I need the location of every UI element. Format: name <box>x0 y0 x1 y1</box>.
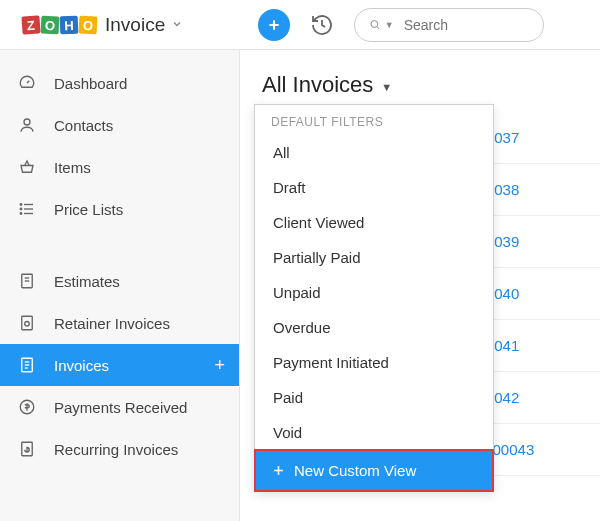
svg-point-9 <box>20 204 22 206</box>
caret-down-icon: ▼ <box>381 81 392 93</box>
new-button[interactable] <box>258 9 290 41</box>
sidebar-item-price-lists[interactable]: Price Lists <box>0 188 239 230</box>
filter-payment-initiated[interactable]: Payment Initiated <box>255 345 493 380</box>
list-icon <box>18 200 40 218</box>
main-content: All Invoices ▼ DEFAULT FILTERS All Draft… <box>240 50 600 521</box>
sidebar-item-recurring-invoices[interactable]: Recurring Invoices <box>0 428 239 470</box>
add-invoice-button[interactable]: + <box>214 355 225 376</box>
retainer-icon <box>18 314 40 332</box>
filter-all[interactable]: All <box>255 135 493 170</box>
sidebar-item-label: Estimates <box>54 273 120 290</box>
page-title: All Invoices <box>262 72 373 98</box>
dropdown-header: DEFAULT FILTERS <box>255 105 493 135</box>
sidebar-item-label: Items <box>54 159 91 176</box>
svg-line-4 <box>27 81 29 83</box>
filter-client-viewed[interactable]: Client Viewed <box>255 205 493 240</box>
sidebar-item-label: Contacts <box>54 117 113 134</box>
filter-unpaid[interactable]: Unpaid <box>255 275 493 310</box>
app-name: Invoice <box>105 14 165 36</box>
filter-partially-paid[interactable]: Partially Paid <box>255 240 493 275</box>
new-custom-view-label: New Custom View <box>294 462 416 479</box>
filter-paid[interactable]: Paid <box>255 380 493 415</box>
svg-point-11 <box>20 213 22 215</box>
sidebar: Dashboard Contacts Items Price Lists Est… <box>0 50 240 521</box>
sidebar-item-label: Retainer Invoices <box>54 315 170 332</box>
topbar-brand[interactable]: Z O H O Invoice <box>0 14 240 36</box>
sidebar-item-retainer-invoices[interactable]: Retainer Invoices <box>0 302 239 344</box>
new-custom-view-button[interactable]: New Custom View <box>255 450 493 491</box>
sidebar-item-contacts[interactable]: Contacts <box>0 104 239 146</box>
svg-rect-15 <box>22 316 33 330</box>
svg-point-10 <box>20 208 22 210</box>
chevron-down-icon <box>171 17 183 33</box>
filter-dropdown: DEFAULT FILTERS All Draft Client Viewed … <box>254 104 494 492</box>
user-icon <box>18 116 40 134</box>
history-icon[interactable] <box>310 13 334 37</box>
svg-point-2 <box>371 21 378 28</box>
estimate-icon <box>18 272 40 290</box>
sidebar-item-label: Invoices <box>54 357 109 374</box>
sidebar-item-items[interactable]: Items <box>0 146 239 188</box>
page-title-dropdown[interactable]: All Invoices ▼ <box>262 72 600 98</box>
sidebar-item-label: Payments Received <box>54 399 187 416</box>
gauge-icon <box>18 74 40 92</box>
svg-point-16 <box>25 322 30 327</box>
sidebar-item-label: Dashboard <box>54 75 127 92</box>
invoice-icon <box>18 356 40 374</box>
recurring-icon <box>18 440 40 458</box>
search-icon <box>369 17 381 32</box>
zoho-logo: Z O H O <box>22 16 97 34</box>
sidebar-item-label: Price Lists <box>54 201 123 218</box>
filter-overdue[interactable]: Overdue <box>255 310 493 345</box>
svg-point-5 <box>24 119 30 125</box>
filter-void[interactable]: Void <box>255 415 493 450</box>
sidebar-item-invoices[interactable]: Invoices + <box>0 344 239 386</box>
search-scope-caret[interactable]: ▼ <box>385 20 394 30</box>
filter-draft[interactable]: Draft <box>255 170 493 205</box>
sidebar-item-payments-received[interactable]: Payments Received <box>0 386 239 428</box>
search-input[interactable] <box>404 17 529 33</box>
sidebar-item-estimates[interactable]: Estimates <box>0 260 239 302</box>
payments-icon <box>18 398 40 416</box>
search-box[interactable]: ▼ <box>354 8 544 42</box>
svg-line-3 <box>377 27 379 29</box>
plus-icon <box>271 463 286 478</box>
sidebar-item-dashboard[interactable]: Dashboard <box>0 62 239 104</box>
sidebar-item-label: Recurring Invoices <box>54 441 178 458</box>
basket-icon <box>18 158 40 176</box>
topbar: Z O H O Invoice ▼ <box>0 0 600 50</box>
